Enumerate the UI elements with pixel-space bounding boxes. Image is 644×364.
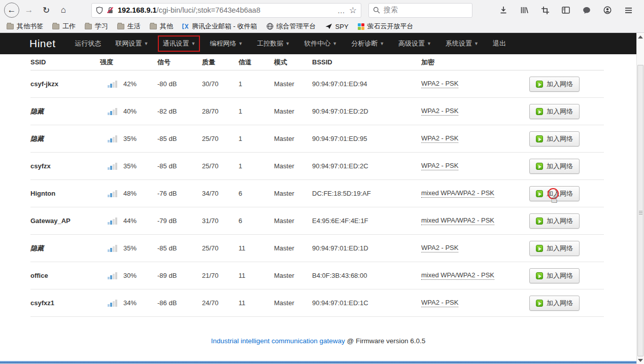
- library-icon[interactable]: [517, 3, 532, 17]
- exmail-icon: [182, 23, 189, 29]
- ssid-cell: 隐藏: [30, 244, 100, 253]
- join-network-button[interactable]: 加入网络: [529, 104, 580, 119]
- column-header: BSSID: [312, 58, 421, 66]
- channel-cell: 11: [239, 272, 274, 279]
- insecure-lock-icon[interactable]: [107, 7, 114, 14]
- ssid-cell: office: [30, 272, 100, 279]
- bookmark-star-icon[interactable]: ☆: [349, 5, 357, 16]
- strength-value: 35%: [123, 135, 137, 142]
- bookmark-item[interactable]: 工作: [49, 21, 79, 32]
- join-network-button[interactable]: 加入网络: [529, 159, 580, 174]
- account-icon[interactable]: [600, 3, 615, 17]
- bookmark-item[interactable]: 学习: [81, 21, 112, 32]
- encryption-value: WPA2 - PSK: [421, 107, 458, 116]
- nav-item[interactable]: 系统设置▼: [442, 36, 483, 51]
- ssid-cell: csyfzx: [30, 162, 100, 170]
- nav-item[interactable]: 分析诊断▼: [347, 36, 388, 51]
- nav-item[interactable]: 联网设置▼: [112, 36, 153, 51]
- bssid-cell: 90:94:97:01:ED:94: [312, 80, 421, 88]
- join-button-label: 加入网络: [547, 244, 573, 253]
- browser-chrome: ← → ↻ ⌂ 192.168.9.1/cgi-bin/luci/;stok=7…: [0, 0, 644, 33]
- encryption-value: WPA2 - PSK: [421, 162, 458, 170]
- encryption-cell: WPA2 - PSK: [421, 107, 529, 116]
- nav-item-label: 退出: [493, 39, 506, 48]
- signal-cell: -85 dB: [157, 162, 202, 170]
- bssid-cell: 90:94:97:01:ED:1C: [312, 299, 421, 307]
- table-row: Gateway_AP 44% -79 dB 31/70 6 Master E4:…: [30, 207, 604, 235]
- column-header: SSID: [30, 58, 100, 66]
- bookmark-item[interactable]: 萤石云开放平台: [354, 21, 417, 32]
- download-icon[interactable]: [496, 3, 511, 17]
- signal-cell: -80 dB: [157, 80, 202, 88]
- strength-value: 30%: [123, 272, 137, 279]
- mode-cell: Master: [274, 217, 312, 225]
- join-network-button[interactable]: 加入网络: [529, 186, 580, 201]
- bookmark-item[interactable]: 生活: [114, 21, 144, 32]
- join-play-icon: [536, 135, 543, 142]
- column-header: 信道: [239, 58, 274, 67]
- join-play-icon: [536, 81, 543, 88]
- mode-cell: Master: [274, 244, 312, 252]
- scroll-up-arrow-icon[interactable]: [638, 35, 643, 39]
- forward-button[interactable]: →: [21, 3, 37, 18]
- bookmark-item[interactable]: 综合管理平台: [263, 21, 320, 32]
- nav-item-label: 编程网络: [210, 39, 236, 48]
- channel-cell: 6: [239, 190, 274, 197]
- messenger-bubble-icon[interactable]: [579, 3, 594, 17]
- nav-item[interactable]: 退出: [489, 36, 510, 51]
- footer-link[interactable]: Industrial intelligent communication gat…: [211, 337, 345, 345]
- screenshot-crop-icon[interactable]: [537, 3, 553, 17]
- encryption-cell: WPA2 - PSK: [421, 162, 529, 170]
- nav-item-label: 联网设置: [116, 39, 142, 48]
- join-play-icon: [536, 217, 543, 225]
- nav-item[interactable]: 高级设置▼: [394, 36, 435, 51]
- chevron-down-icon: ▼: [427, 41, 431, 46]
- signal-cell: -85 dB: [157, 135, 202, 142]
- join-network-button[interactable]: 加入网络: [529, 213, 580, 229]
- scroll-down-arrow-icon[interactable]: [638, 359, 643, 362]
- bookmark-label: 腾讯企业邮箱 - 收件箱: [192, 22, 257, 31]
- strength-value: 35%: [123, 162, 137, 170]
- folder-icon: [117, 24, 124, 29]
- plane-icon: [325, 23, 332, 29]
- nav-item[interactable]: 运行状态: [71, 36, 106, 51]
- wifi-scan-table: SSID强度信号质量信道模式BSSID加密 csyf-jkzx 42% -80 …: [30, 54, 604, 317]
- join-network-button[interactable]: 加入网络: [529, 241, 580, 256]
- join-network-button[interactable]: 加入网络: [529, 268, 580, 283]
- vertical-scrollbar[interactable]: [636, 33, 644, 364]
- column-header: 加密: [421, 58, 529, 67]
- table-row: csyfxz1 34% -86 dB 24/70 11 Master 90:94…: [30, 289, 604, 317]
- signal-bars-icon: [108, 300, 117, 307]
- strength-value: 40%: [123, 107, 137, 115]
- nav-item[interactable]: 通讯设置▼: [158, 36, 199, 51]
- app-navbar: Hinet 运行状态联网设置▼通讯设置▼编程网络▼工控数据▼软件中心▼分析诊断▼…: [0, 33, 636, 54]
- url-bar[interactable]: 192.168.9.1/cgi-bin/luci/;stok=7643e4b6a…: [91, 3, 361, 18]
- strength-cell: 35%: [100, 162, 157, 170]
- strength-value: 35%: [123, 244, 137, 252]
- strength-cell: 48%: [100, 190, 157, 197]
- nav-item[interactable]: 工控数据▼: [253, 36, 294, 51]
- join-network-button[interactable]: 加入网络: [529, 131, 580, 147]
- footer-version: @ Firmware version 6.0.5: [347, 337, 426, 345]
- join-network-button[interactable]: 加入网络: [529, 296, 580, 311]
- sidebar-toggle-icon[interactable]: [558, 3, 573, 17]
- menu-hamburger-icon[interactable]: [621, 3, 636, 17]
- bookmark-item[interactable]: SPY: [322, 22, 352, 31]
- home-button[interactable]: ⌂: [56, 3, 71, 18]
- nav-item[interactable]: 编程网络▼: [206, 36, 247, 51]
- reload-button[interactable]: ↻: [39, 3, 54, 18]
- chevron-down-icon: ▼: [332, 41, 337, 46]
- tracking-protection-shield-icon[interactable]: [96, 7, 103, 14]
- bookmark-item[interactable]: 腾讯企业邮箱 - 收件箱: [179, 21, 261, 32]
- page-actions-icon[interactable]: …: [337, 6, 346, 15]
- bookmark-item[interactable]: 其他书签: [3, 21, 47, 32]
- join-network-button[interactable]: 加入网络: [529, 77, 580, 92]
- nav-item-label: 系统设置: [446, 39, 472, 48]
- nav-item[interactable]: 软件中心▼: [300, 36, 341, 51]
- scrollbar-thumb[interactable]: [637, 65, 643, 356]
- encryption-value: mixed WPA/WPA2 - PSK: [421, 216, 494, 225]
- search-box[interactable]: 搜索: [368, 3, 472, 18]
- back-button[interactable]: ←: [4, 3, 19, 18]
- bookmark-item[interactable]: 其他: [146, 21, 177, 32]
- chevron-down-icon: ▼: [144, 41, 149, 46]
